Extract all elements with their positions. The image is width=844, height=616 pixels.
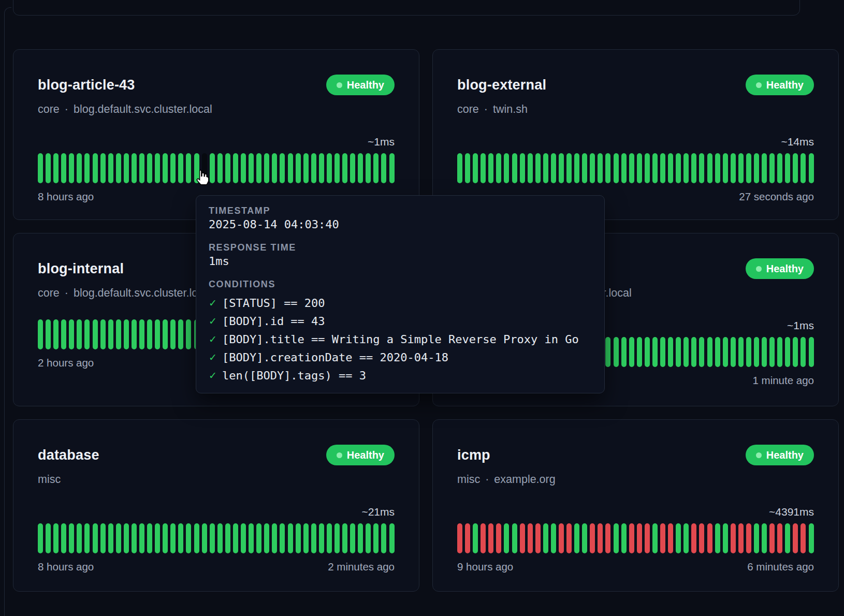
uptime-bar[interactable] — [715, 337, 720, 367]
uptime-bar[interactable] — [465, 153, 470, 183]
uptime-bar[interactable] — [77, 153, 82, 183]
uptime-bars[interactable] — [38, 153, 395, 183]
monitor-title[interactable]: blog-external — [457, 77, 546, 93]
uptime-bar[interactable] — [366, 523, 371, 553]
uptime-bar[interactable] — [108, 523, 113, 553]
uptime-bar[interactable] — [582, 523, 587, 553]
uptime-bar[interactable] — [496, 153, 501, 183]
uptime-bar[interactable] — [327, 153, 332, 183]
uptime-bar[interactable] — [93, 319, 98, 349]
uptime-bar[interactable] — [139, 523, 144, 553]
uptime-bar[interactable] — [707, 337, 712, 367]
uptime-bar[interactable] — [272, 523, 277, 553]
uptime-bar-hovered[interactable] — [202, 153, 207, 183]
uptime-bar[interactable] — [46, 319, 51, 349]
uptime-bar[interactable] — [100, 523, 106, 553]
uptime-bar[interactable] — [762, 337, 767, 367]
uptime-bar[interactable] — [754, 337, 759, 367]
uptime-bar[interactable] — [53, 523, 59, 553]
uptime-bar[interactable] — [327, 523, 332, 553]
uptime-bar[interactable] — [358, 153, 363, 183]
uptime-bar[interactable] — [660, 523, 665, 553]
uptime-bar[interactable] — [746, 153, 751, 183]
uptime-bar[interactable] — [754, 523, 759, 553]
uptime-bar[interactable] — [637, 153, 642, 183]
uptime-bar[interactable] — [785, 337, 790, 367]
uptime-bar[interactable] — [652, 153, 658, 183]
uptime-bar[interactable] — [785, 523, 790, 553]
uptime-bar[interactable] — [186, 319, 191, 349]
uptime-bar[interactable] — [264, 523, 269, 553]
uptime-bar[interactable] — [194, 153, 199, 183]
uptime-bar[interactable] — [280, 523, 285, 553]
uptime-bar[interactable] — [535, 153, 541, 183]
uptime-bar[interactable] — [217, 523, 223, 553]
uptime-bar[interactable] — [170, 523, 176, 553]
uptime-bar[interactable] — [93, 523, 98, 553]
uptime-bar[interactable] — [350, 523, 355, 553]
uptime-bar[interactable] — [621, 337, 627, 367]
uptime-bar[interactable] — [108, 319, 113, 349]
uptime-bar[interactable] — [683, 523, 689, 553]
uptime-bar[interactable] — [84, 153, 90, 183]
uptime-bars[interactable] — [457, 523, 814, 553]
uptime-bar[interactable] — [707, 523, 712, 553]
uptime-bar[interactable] — [256, 523, 261, 553]
uptime-bar[interactable] — [652, 523, 658, 553]
uptime-bar[interactable] — [543, 153, 548, 183]
monitor-title[interactable]: icmp — [457, 447, 490, 463]
uptime-bar[interactable] — [668, 523, 673, 553]
uptime-bar[interactable] — [614, 337, 619, 367]
uptime-bar[interactable] — [38, 523, 43, 553]
uptime-bar[interactable] — [296, 523, 301, 553]
uptime-bar[interactable] — [793, 523, 798, 553]
uptime-bar[interactable] — [738, 153, 744, 183]
uptime-bar[interactable] — [551, 153, 556, 183]
uptime-bar[interactable] — [574, 153, 579, 183]
uptime-bar[interactable] — [691, 153, 696, 183]
uptime-bar[interactable] — [249, 523, 254, 553]
uptime-bar[interactable] — [233, 153, 238, 183]
uptime-bar[interactable] — [210, 153, 215, 183]
uptime-bar[interactable] — [574, 523, 579, 553]
uptime-bar[interactable] — [210, 523, 215, 553]
uptime-bar[interactable] — [801, 153, 806, 183]
uptime-bar[interactable] — [163, 523, 168, 553]
uptime-bar[interactable] — [481, 523, 486, 553]
uptime-bar[interactable] — [715, 523, 720, 553]
uptime-bar[interactable] — [715, 153, 720, 183]
uptime-bar[interactable] — [637, 337, 642, 367]
uptime-bar[interactable] — [504, 523, 509, 553]
uptime-bar[interactable] — [629, 153, 634, 183]
uptime-bar[interactable] — [373, 153, 379, 183]
uptime-bar[interactable] — [605, 523, 610, 553]
uptime-bar[interactable] — [652, 337, 658, 367]
uptime-bar[interactable] — [520, 153, 525, 183]
uptime-bar[interactable] — [621, 523, 627, 553]
uptime-bar[interactable] — [559, 153, 564, 183]
uptime-bar[interactable] — [342, 153, 347, 183]
uptime-bar[interactable] — [645, 523, 650, 553]
uptime-bar[interactable] — [241, 523, 246, 553]
uptime-bar[interactable] — [100, 319, 106, 349]
uptime-bar[interactable] — [528, 523, 533, 553]
uptime-bar[interactable] — [381, 523, 386, 553]
uptime-bar[interactable] — [809, 523, 814, 553]
uptime-bar[interactable] — [124, 523, 129, 553]
uptime-bar[interactable] — [559, 523, 564, 553]
uptime-bar[interactable] — [77, 523, 82, 553]
uptime-bar[interactable] — [225, 523, 230, 553]
uptime-bar[interactable] — [785, 153, 790, 183]
uptime-bar[interactable] — [504, 153, 509, 183]
uptime-bar[interactable] — [311, 153, 316, 183]
uptime-bar[interactable] — [457, 523, 462, 553]
uptime-bar[interactable] — [746, 523, 751, 553]
uptime-bar[interactable] — [334, 523, 340, 553]
uptime-bar[interactable] — [249, 153, 254, 183]
uptime-bar[interactable] — [762, 523, 767, 553]
uptime-bar[interactable] — [358, 523, 363, 553]
uptime-bar[interactable] — [178, 319, 183, 349]
uptime-bar[interactable] — [342, 523, 347, 553]
uptime-bar[interactable] — [637, 523, 642, 553]
uptime-bar[interactable] — [676, 153, 681, 183]
